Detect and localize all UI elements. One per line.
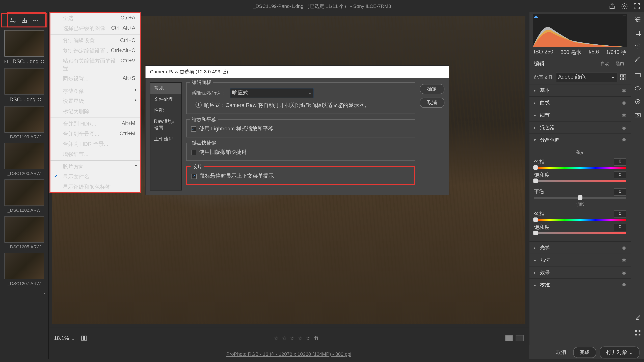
menu-item[interactable]: 合并为 HDR 全景... (50, 139, 140, 149)
save-icon[interactable] (21, 17, 28, 24)
menu-item[interactable]: 胶片方向 (50, 162, 140, 172)
eye-icon[interactable]: ◉ (622, 87, 626, 93)
section-geometry[interactable]: ▸几何◉ (529, 254, 630, 266)
section-optics[interactable]: ▸光学◉ (529, 242, 630, 254)
nav-general[interactable]: 常规 (150, 83, 182, 94)
rating-stars[interactable]: ☆ ☆ ☆ ☆ ☆ 🗑 (274, 335, 319, 342)
filter-icon[interactable] (9, 17, 16, 24)
done-button[interactable]: 完成 (573, 347, 596, 358)
menu-item[interactable]: 复制编辑设置Ctrl+C (50, 36, 140, 46)
hand-tool-icon[interactable] (634, 314, 641, 321)
more-icon[interactable]: ••• (32, 17, 39, 24)
eye-icon[interactable]: ◉ (622, 270, 626, 275)
nav-workflow[interactable]: 工作流程 (150, 133, 182, 144)
star-icon[interactable]: ☆ (306, 335, 311, 342)
nav-performance[interactable]: 性能 (150, 105, 182, 116)
profile-grid-icon[interactable] (620, 74, 626, 80)
cancel-button[interactable]: 取消 (553, 347, 570, 357)
eye-icon[interactable]: ◉ (622, 112, 626, 118)
sat-shadows-value[interactable]: 0 (614, 224, 626, 231)
balance-slider[interactable] (534, 197, 626, 199)
lightroom-zoom-checkbox[interactable]: ✓ (191, 126, 196, 132)
view-single-button[interactable] (505, 335, 513, 341)
chevron-down-icon[interactable]: ⌄ (0, 288, 48, 297)
thumbnail[interactable]: _DSC1199.ARW (0, 104, 48, 141)
eye-icon[interactable]: ◉ (622, 100, 626, 106)
eye-icon[interactable]: ◉ (622, 137, 626, 143)
menu-item[interactable]: 粘贴有关编辑方面的设置Ctrl+V (50, 56, 140, 74)
thumbnail[interactable]: _DSC1202.ARW (0, 178, 48, 214)
profile-select[interactable]: Adobe 颜色⌄ (556, 72, 618, 82)
hue-shadows-value[interactable]: 0 (614, 210, 626, 218)
star-icon[interactable]: ☆ (298, 335, 303, 342)
menu-item[interactable]: 存储图像 (50, 86, 140, 96)
menu-item[interactable]: 全选Ctrl+A (50, 13, 140, 23)
menu-item[interactable]: 显示评级和颜色标签 (50, 182, 140, 192)
nav-raw-defaults[interactable]: Raw 默认设置 (150, 116, 182, 133)
section-mixer[interactable]: ▸混色器◉ (529, 121, 630, 133)
eye-icon[interactable]: ◉ (622, 257, 626, 263)
menu-item[interactable]: 合并到 HDR...Alt+M (50, 119, 140, 129)
sat-shadows-slider[interactable] (534, 232, 626, 234)
auto-button[interactable]: 自动 (599, 60, 611, 67)
nav-file-handling[interactable]: 文件处理 (150, 94, 182, 105)
heal-tool-icon[interactable] (634, 42, 641, 49)
compare-icon[interactable] (80, 335, 88, 342)
section-curve[interactable]: ▸曲线◉ (529, 97, 630, 109)
thumbnail[interactable]: _DSC1205.ARW (0, 214, 48, 251)
sat-highlights-slider[interactable] (534, 180, 626, 182)
menu-item[interactable]: 增强细节... (50, 149, 140, 160)
dialog-cancel-button[interactable]: 取消 (420, 98, 444, 108)
histogram[interactable] (533, 14, 627, 47)
trash-icon[interactable]: 🗑 (314, 335, 319, 341)
thumbnail[interactable]: ⊡_DSC....dng⊜ (0, 28, 48, 66)
hover-tooltip-checkbox[interactable]: ✓ (192, 173, 197, 179)
menu-item[interactable]: 复制选定编辑设置...Ctrl+Alt+C (50, 46, 140, 56)
shadow-clip-icon[interactable] (534, 15, 538, 18)
view-split-button[interactable] (516, 335, 524, 341)
menu-item[interactable]: 同步设置...Alt+S (50, 74, 140, 84)
radial-tool-icon[interactable] (634, 85, 641, 92)
menu-item[interactable]: 合并到全景图...Ctrl+M (50, 129, 140, 139)
brush-tool-icon[interactable] (634, 56, 641, 63)
menu-item[interactable]: 显示文件名 (50, 172, 140, 182)
star-icon[interactable]: ☆ (274, 335, 279, 342)
status-bar[interactable]: ProPhoto RGB - 16 位 - 12078 x 10268 (124… (49, 349, 529, 359)
star-icon[interactable]: ☆ (290, 335, 295, 342)
gear-icon[interactable] (621, 3, 628, 10)
menu-item[interactable]: 标记为删除 (50, 107, 140, 117)
star-icon[interactable]: ☆ (282, 335, 287, 342)
share-icon[interactable] (608, 3, 616, 10)
section-effects[interactable]: ▸效果◉ (529, 267, 630, 278)
eye-icon[interactable]: ◉ (622, 282, 626, 288)
redeye-tool-icon[interactable] (634, 98, 641, 105)
sat-highlights-value[interactable]: 0 (614, 171, 626, 179)
presets-icon[interactable] (634, 329, 641, 336)
eye-icon[interactable]: ◉ (622, 245, 626, 251)
menu-item[interactable]: 选择已评级的图像Ctrl+Alt+A (50, 23, 140, 34)
section-basic[interactable]: ▸基本◉ (529, 84, 630, 96)
hue-highlights-value[interactable]: 0 (614, 158, 626, 166)
gradient-tool-icon[interactable] (634, 71, 641, 79)
thumbnail[interactable]: _DSC....dng⊜ (0, 66, 48, 104)
edit-tool-icon[interactable] (634, 16, 641, 23)
crop-tool-icon[interactable] (634, 29, 641, 36)
fullscreen-icon[interactable] (633, 3, 640, 10)
hue-shadows-slider[interactable] (534, 219, 626, 221)
zoom-select[interactable]: 18.1% ⌄ (54, 335, 75, 341)
section-detail[interactable]: ▸细节◉ (529, 109, 630, 121)
balance-value[interactable]: 0 (614, 188, 626, 196)
legacy-undo-checkbox[interactable] (191, 150, 196, 155)
section-calibration[interactable]: ▸校准◉ (529, 279, 630, 291)
hue-highlights-slider[interactable] (534, 167, 626, 169)
open-button[interactable]: 打开对象 ⌄ (600, 346, 640, 358)
panel-behavior-select[interactable]: 响应式⌄ (230, 88, 314, 98)
section-split-toning[interactable]: ▾分离色调◉ (529, 134, 630, 146)
ok-button[interactable]: 确定 (420, 84, 444, 94)
menu-item[interactable]: 设置星级 (50, 96, 140, 107)
highlight-clip-icon[interactable] (623, 15, 626, 18)
bw-button[interactable]: 黑白 (614, 60, 626, 67)
snapshot-tool-icon[interactable] (634, 111, 641, 118)
thumbnail[interactable]: _DSC1200.ARW (0, 141, 48, 178)
thumbnail[interactable]: _DSC1207.ARW (0, 251, 48, 288)
